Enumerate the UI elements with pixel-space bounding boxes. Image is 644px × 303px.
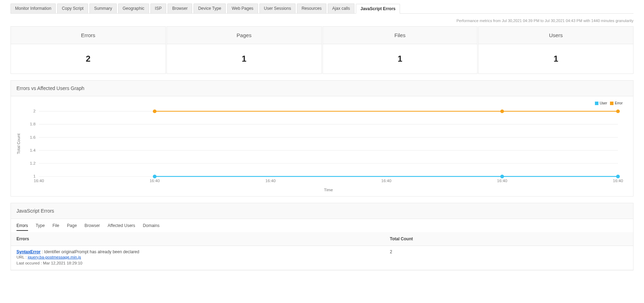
svg-text:Time: Time <box>324 187 333 192</box>
svg-text:16:40: 16:40 <box>613 178 623 183</box>
tab-geographic[interactable]: Geographic <box>118 4 149 13</box>
svg-text:16:40: 16:40 <box>497 178 508 183</box>
subtab-file[interactable]: File <box>53 223 59 231</box>
svg-point-23 <box>616 174 619 178</box>
svg-text:2: 2 <box>33 109 35 113</box>
tab-resources[interactable]: Resources <box>297 4 326 13</box>
chart-panel-title: Errors vs Affected Users Graph <box>11 81 633 96</box>
tab-javascript-errors[interactable]: JavaScript Errors <box>356 4 400 14</box>
tab-browser[interactable]: Browser <box>168 4 192 13</box>
kpi-label: Errors <box>11 27 165 44</box>
svg-text:16:40: 16:40 <box>150 178 160 183</box>
legend-label: Error <box>615 101 623 105</box>
svg-text:Total Count: Total Count <box>16 133 21 154</box>
svg-text:16:40: 16:40 <box>34 178 44 183</box>
total-count-cell: 2 <box>384 246 633 270</box>
js-errors-subtabs: ErrorsTypeFilePageBrowserAffected UsersD… <box>11 219 633 232</box>
svg-point-21 <box>153 174 156 178</box>
svg-point-26 <box>500 109 504 113</box>
kpi-label: Users <box>479 27 633 44</box>
col-errors[interactable]: Errors <box>11 232 384 246</box>
kpi-label: Pages <box>167 27 321 44</box>
kpi-card-pages: Pages1 <box>167 26 322 74</box>
svg-point-25 <box>153 109 156 113</box>
tab-isp[interactable]: ISP <box>150 4 166 13</box>
kpi-card-users: Users1 <box>478 26 633 74</box>
kpi-label: Files <box>323 27 477 44</box>
svg-point-22 <box>500 174 504 178</box>
error-url-link[interactable]: jquery.ba-postmessage.min.js <box>28 255 81 259</box>
legend-swatch-icon <box>610 102 614 105</box>
js-errors-table: Errors Total Count SyntaxError : Identif… <box>11 232 633 270</box>
tab-summary[interactable]: Summary <box>89 4 116 13</box>
svg-text:1.2: 1.2 <box>30 161 35 165</box>
kpi-card-files: Files1 <box>323 26 478 74</box>
tab-monitor-information[interactable]: Monitor Information <box>11 4 56 13</box>
svg-text:1.6: 1.6 <box>30 135 35 139</box>
tab-ajax-calls[interactable]: Ajax calls <box>328 4 355 13</box>
tab-user-sessions[interactable]: User Sessions <box>259 4 296 13</box>
legend-item-error[interactable]: Error <box>610 101 623 105</box>
kpi-row: Errors2Pages1Files1Users1 <box>11 26 633 74</box>
chart-legend: UserError <box>14 100 626 107</box>
legend-swatch-icon <box>595 102 598 105</box>
table-row: SyntaxError : Identifier originalPrompt … <box>11 246 633 270</box>
svg-text:16:40: 16:40 <box>265 178 276 183</box>
error-message: : Identifier originalPrompt has already … <box>41 249 140 254</box>
kpi-value: 1 <box>479 44 633 74</box>
subtab-errors[interactable]: Errors <box>16 223 28 231</box>
svg-text:1.4: 1.4 <box>30 147 36 152</box>
error-cell: SyntaxError : Identifier originalPrompt … <box>11 246 384 270</box>
svg-text:16:40: 16:40 <box>381 178 392 183</box>
kpi-card-errors: Errors2 <box>11 26 166 74</box>
svg-point-27 <box>616 109 619 113</box>
subtab-affected-users[interactable]: Affected Users <box>108 223 135 231</box>
col-total-count[interactable]: Total Count <box>384 232 633 246</box>
tab-copy-script[interactable]: Copy Script <box>57 4 88 13</box>
performance-metrics-text: Performance metrics from Jul 30,2021 04:… <box>11 19 633 23</box>
legend-item-user[interactable]: User <box>595 101 607 105</box>
top-tabs: Monitor InformationCopy ScriptSummaryGeo… <box>11 4 633 14</box>
svg-text:1.8: 1.8 <box>30 122 35 126</box>
js-errors-panel-title: JavaScript Errors <box>11 203 633 219</box>
subtab-type[interactable]: Type <box>36 223 45 231</box>
kpi-value: 1 <box>323 44 477 74</box>
tab-web-pages[interactable]: Web Pages <box>227 4 258 13</box>
kpi-value: 2 <box>11 44 165 74</box>
legend-label: User <box>600 101 607 105</box>
svg-text:1: 1 <box>33 174 35 178</box>
chart-panel: Errors vs Affected Users Graph UserError… <box>11 80 633 197</box>
error-type-link[interactable]: SyntaxError <box>16 249 41 254</box>
subtab-page[interactable]: Page <box>67 223 77 231</box>
subtab-domains[interactable]: Domains <box>143 223 160 231</box>
kpi-value: 1 <box>167 44 321 74</box>
subtab-browser[interactable]: Browser <box>84 223 100 231</box>
chart-body: UserError 11.21.41.61.8216:4016:4016:401… <box>11 96 633 196</box>
last-occurred: Last occured : Mar 12,2021 18:29:10 <box>16 260 379 266</box>
url-label: URL : <box>16 255 28 259</box>
js-errors-panel: JavaScript Errors ErrorsTypeFilePageBrow… <box>11 203 633 271</box>
chart-svg: 11.21.41.61.8216:4016:4016:4016:4016:401… <box>14 107 626 193</box>
tab-device-type[interactable]: Device Type <box>194 4 226 13</box>
